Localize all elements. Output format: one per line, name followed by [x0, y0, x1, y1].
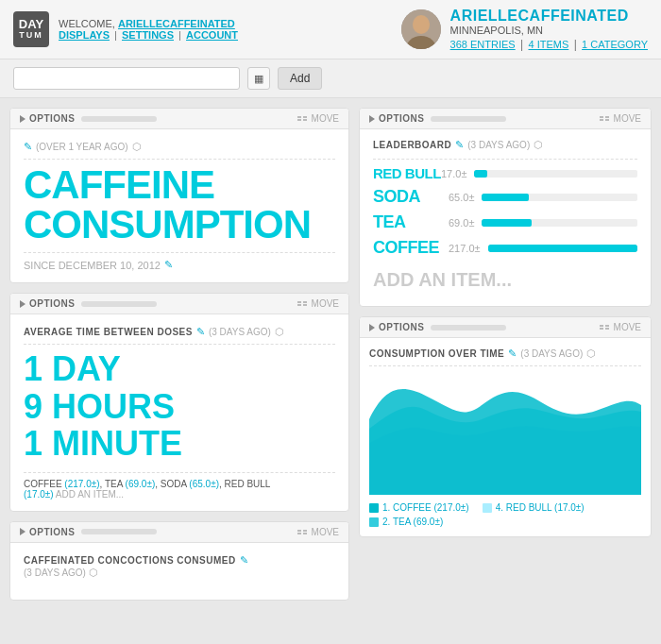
nav-links: DISPLAYS | SETTINGS | ACCOUNT — [59, 29, 238, 41]
divider — [369, 365, 641, 366]
add-button[interactable]: Add — [278, 67, 322, 90]
right-column: OPTIONS MOVE LEADERBOARD ✎ (3 DAYS AGO) … — [359, 108, 652, 601]
main-content: OPTIONS MOVE ✎ (OVER 1 YEAR AGO) ⬡ — [0, 98, 661, 610]
lb-header-left: OPTIONS — [369, 113, 506, 124]
lb-item-coffee: COFFEE 217.0± — [373, 238, 637, 258]
panel3-drag-handle — [81, 529, 157, 534]
legend-tea-dot — [369, 517, 379, 527]
panel3-time: (3 DAYS AGO) ⬡ — [24, 567, 335, 579]
chart-area — [369, 372, 641, 495]
legend-redbull: 4. RED BULL (17.0±) — [483, 502, 585, 513]
user-stats: 368 ENTRIES | 4 ITEMS | 1 CATEGORY — [450, 38, 648, 51]
divider — [373, 159, 637, 160]
lb-move-btn[interactable]: MOVE — [600, 113, 641, 124]
entries-link[interactable]: 368 ENTRIES — [450, 39, 516, 50]
lb-item-tea: TEA 69.0± — [373, 212, 637, 232]
panel2-header: OPTIONS MOVE — [10, 294, 348, 314]
edit-icon[interactable]: ✎ — [196, 326, 205, 338]
panel3-body: CAFFEINATED CONCOCTIONS CONSUMED ✎ (3 DA… — [10, 543, 348, 600]
options-triangle-icon — [20, 528, 25, 535]
user-display-name: ARIELLECAFFEINATED — [450, 8, 648, 25]
legend-coffee-dot — [369, 503, 379, 513]
legend-tea: 2. TEA (69.0±) — [369, 517, 443, 527]
chart-header-left: OPTIONS — [369, 322, 506, 332]
caffeinated-panel: OPTIONS MOVE CAFFEINATED CONCOCTIONS CON… — [9, 521, 349, 601]
average-time-panel: OPTIONS MOVE AVERAGE TIME BETWEEN DOSES … — [9, 293, 349, 512]
add-item-lb[interactable]: ADD AN ITEM... — [373, 263, 637, 297]
chart-legend: 1. COFFEE (217.0±) 4. RED BULL (17.0±) 2… — [369, 502, 641, 527]
move-icon — [297, 530, 309, 534]
items-link[interactable]: 4 ITEMS — [529, 39, 569, 50]
toolbar: Item : Amount ▦ Add — [0, 59, 661, 98]
items-list: COFFEE (217.0±), TEA (69.0±), SODA (65.0… — [24, 472, 335, 500]
legend-redbull-dot — [483, 503, 492, 513]
item-amount-input[interactable]: Item : Amount — [13, 67, 240, 90]
header-left: DAY TUM WELCOME, ARIELLECAFFEINATED DISP… — [13, 11, 238, 47]
export-icon[interactable]: ⬡ — [89, 567, 98, 578]
user-location: MINNEAPOLIS, MN — [450, 25, 648, 36]
since-text: SINCE DECEMBER 10, 2012 ✎ — [24, 252, 335, 271]
lb-item-soda: SODA 65.0± — [373, 187, 637, 207]
panel2-drag-handle — [81, 301, 157, 307]
lb-options-btn[interactable]: OPTIONS — [369, 113, 425, 124]
category-link[interactable]: 1 CATEGORY — [582, 39, 648, 50]
header-right: ARIELLECAFFEINATED MINNEAPOLIS, MN 368 E… — [401, 8, 648, 51]
panel1-move-btn[interactable]: MOVE — [297, 113, 339, 124]
move-icon — [297, 301, 309, 306]
username-link[interactable]: ARIELLECAFFEINATED — [118, 18, 235, 29]
chart-drag-handle — [431, 325, 506, 330]
lb-item-redbull: RED BULL 17.0± — [373, 165, 637, 181]
panel1-header-left: OPTIONS — [20, 113, 157, 124]
edit-icon[interactable]: ✎ — [24, 141, 32, 153]
export-icon[interactable]: ⬡ — [534, 139, 543, 151]
panel2-move-btn[interactable]: MOVE — [297, 298, 339, 309]
lb-bar-tea — [482, 219, 532, 227]
calendar-icon-btn[interactable]: ▦ — [247, 67, 270, 90]
lb-bar-bg-tea — [482, 219, 637, 227]
chart-panel: OPTIONS MOVE CONSUMPTION OVER TIME ✎ (3 … — [359, 316, 652, 537]
settings-link[interactable]: SETTINGS — [122, 29, 174, 41]
edit-icon[interactable]: ✎ — [455, 139, 464, 151]
export-icon[interactable]: ⬡ — [586, 347, 596, 360]
lb-header: OPTIONS MOVE — [360, 109, 651, 129]
lb-bar-bg-coffee — [488, 245, 637, 252]
panel1-header: OPTIONS MOVE — [10, 109, 348, 129]
daytum-logo: DAY TUM — [13, 11, 49, 47]
panel2-body: AVERAGE TIME BETWEEN DOSES ✎ (3 DAYS AGO… — [10, 314, 348, 511]
time-display: 1 DAY 9 HOURS 1 MINUTE — [24, 350, 335, 463]
chart-header: OPTIONS MOVE — [360, 317, 651, 338]
avatar — [401, 9, 441, 49]
edit-icon[interactable]: ✎ — [240, 554, 248, 567]
chart-options-btn[interactable]: OPTIONS — [369, 322, 425, 332]
panel1-options-btn[interactable]: OPTIONS — [20, 113, 76, 124]
panel3-move-btn[interactable]: MOVE — [297, 527, 339, 537]
displays-link[interactable]: DISPLAYS — [59, 29, 110, 41]
options-triangle-icon — [369, 324, 375, 331]
divider — [24, 344, 335, 345]
welcome-line: WELCOME, ARIELLECAFFEINATED — [59, 18, 238, 29]
account-link[interactable]: ACCOUNT — [186, 29, 238, 41]
lb-bar-bg-redbull — [474, 170, 637, 178]
lb-bar-redbull — [474, 170, 487, 178]
move-icon — [297, 116, 309, 121]
export-icon[interactable]: ⬡ — [132, 141, 142, 153]
panel2-header-left: OPTIONS — [20, 298, 157, 309]
panel3-options-btn[interactable]: OPTIONS — [20, 527, 76, 537]
options-triangle-icon — [20, 115, 25, 123]
options-triangle-icon — [20, 300, 25, 308]
main-title: CAFFEINE CONSUMPTION — [24, 165, 335, 245]
chart-move-btn[interactable]: MOVE — [600, 322, 641, 332]
edit-icon[interactable]: ✎ — [508, 347, 517, 360]
leaderboard-panel: OPTIONS MOVE LEADERBOARD ✎ (3 DAYS AGO) … — [359, 108, 652, 307]
chart-body: CONSUMPTION OVER TIME ✎ (3 DAYS AGO) ⬡ — [360, 338, 651, 536]
leaderboard-body: LEADERBOARD ✎ (3 DAYS AGO) ⬡ RED BULL 17… — [360, 129, 651, 306]
lb-bar-coffee — [488, 245, 637, 252]
move-icon — [600, 325, 611, 330]
header: DAY TUM WELCOME, ARIELLECAFFEINATED DISP… — [0, 0, 661, 59]
panel2-options-btn[interactable]: OPTIONS — [20, 298, 76, 309]
export-icon[interactable]: ⬡ — [275, 326, 284, 338]
svg-point-1 — [413, 15, 430, 34]
header-welcome: WELCOME, ARIELLECAFFEINATED DISPLAYS | S… — [59, 18, 238, 41]
lb-subtitle: LEADERBOARD ✎ (3 DAYS AGO) ⬡ — [373, 139, 637, 151]
since-edit-icon[interactable]: ✎ — [164, 259, 173, 271]
